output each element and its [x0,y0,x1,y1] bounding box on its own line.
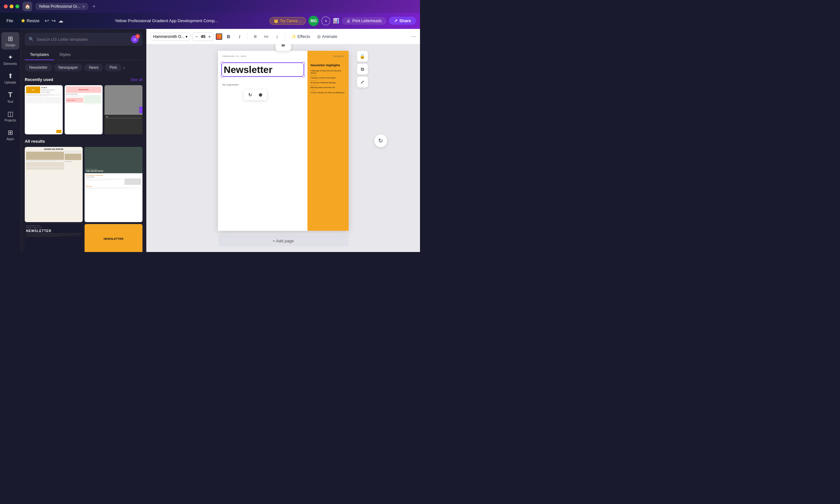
resize-label: Resize [27,18,39,23]
font-selector[interactable]: Hammersmith O... ▾ [150,33,190,40]
sidebar-item-uploads[interactable]: ⬆ Uploads [1,69,19,87]
design-icon: ⊞ [8,35,13,42]
print-icon: 🖨 [346,19,350,23]
sidebar-item-projects[interactable]: ◫ Projects [1,107,19,125]
sidebar-item-elements[interactable]: ✦ Elements [1,51,19,68]
chip-newspaper[interactable]: Newspaper [54,64,83,71]
template-card-warner[interactable]: WARNER AND SPENCER [25,147,83,222]
template-card-news[interactable]: IMG The News Order Arts Company Newslett… [25,85,63,134]
chip-newsletter-label: Newsletter [29,65,48,70]
newsletter-title: Newsletter [224,64,302,75]
tab-close-icon[interactable]: ✕ [82,5,85,8]
share-button[interactable]: ↗ Share [389,17,416,25]
handle-br[interactable] [302,75,305,77]
decrease-font-button[interactable]: − [195,34,198,39]
mini-rotate-button[interactable]: ↻ [246,91,254,99]
search-input[interactable] [37,37,128,42]
home-button[interactable]: 🏠 [22,2,32,11]
search-bar: 🔍 ⊟ 1 [25,33,142,46]
refresh-button[interactable]: ↻ [374,134,387,147]
main-layout: ⊞ Design ✦ Elements ⬆ Uploads T Text ◫ P… [0,29,420,252]
bold-button[interactable]: B [224,32,233,41]
doc-volume: VOLUME 12 [333,55,344,57]
highlight-item-4: A Year in Review: Our Wins and Milestone… [311,92,345,94]
highlight-divider-3 [311,90,317,91]
title-selection-box[interactable]: Newsletter [221,62,304,77]
expand-button[interactable]: ⤢ [357,76,368,87]
sidebar-label-projects: Projects [4,119,16,122]
chip-news[interactable]: News [84,64,103,71]
sidebar-item-apps[interactable]: ⊞ Apps [1,126,19,143]
chips-arrow-icon[interactable]: › [123,65,125,70]
format-toolbar: Hammersmith O... ▾ − 45 + B I ≡ ≔ ↕ ✨ Ef… [146,29,420,44]
undo-button[interactable]: ↩ [45,18,49,24]
template-card-newsletter-dark[interactable]: SALTFORD MEDIA CO. EDITION MONDAY, 12 MA… [25,224,83,252]
color-picker-button[interactable] [216,33,222,40]
font-size-control: − 45 + [192,33,213,41]
redo-button[interactable]: ↪ [51,18,56,24]
template-card-innovation[interactable]: INNOVATION Ideas & Innovation Monthly Cr… [65,85,103,134]
resize-button[interactable]: ⭐ Resize [18,17,42,24]
document-actions: 🔒 ⧉ ⤢ [357,51,368,87]
font-size-value[interactable]: 45 [199,34,207,39]
browser-tab[interactable]: Yellow Professional Gr... ✕ [35,3,88,10]
panel-tabs: Templates Styles [25,50,142,60]
chip-pink[interactable]: Pink [105,64,121,71]
effects-button[interactable]: ✨ Effects [288,33,313,40]
maximize-button[interactable] [15,4,19,8]
spacing-button[interactable]: ↕ [273,32,282,41]
font-name: Hammersmith O... [153,34,184,39]
increase-font-button[interactable]: + [208,34,211,39]
template-card-crossroad[interactable]: AUGUST 2023 THE CROSS ROAD Good words fo… [85,147,142,222]
copy-button[interactable]: ⧉ [357,64,368,75]
highlight-divider-1 [311,80,317,81]
handle-tr[interactable] [302,62,305,64]
add-page-button[interactable]: + Add page [218,235,349,247]
sidebar-item-text[interactable]: T Text [1,88,19,106]
sidebar-label-text: Text [7,100,13,104]
mini-move-button[interactable]: ⊕ [257,91,264,99]
delete-button[interactable]: 🗑 [279,44,288,49]
save-button[interactable]: ☁ [58,18,63,24]
editor-area: Hammersmith O... ▾ − 45 + B I ≡ ≔ ↕ ✨ Ef… [146,29,420,252]
try-canva-button[interactable]: 👑 Try Canva ... [269,17,306,25]
file-menu[interactable]: File [4,17,16,24]
new-tab-button[interactable]: + [93,3,95,9]
handle-bl[interactable] [221,75,223,77]
lock-button[interactable]: 🔒 [357,51,368,62]
sidebar-label-uploads: Uploads [4,81,16,84]
share-icon: ↗ [394,18,398,23]
list-button[interactable]: ≔ [262,32,271,41]
add-collaborator-button[interactable]: + [321,16,330,25]
filter-button[interactable]: ⊟ 1 [131,35,139,43]
minimize-button[interactable] [10,4,14,8]
more-options-button[interactable]: ··· [411,33,416,40]
italic-button[interactable]: I [235,32,244,41]
align-button[interactable]: ≡ [251,32,260,41]
tab-styles[interactable]: Styles [54,50,75,60]
see-all-button[interactable]: See all [130,77,142,82]
tab-templates[interactable]: Templates [25,50,54,60]
try-canva-icon: 👑 [274,19,279,23]
recent-templates-grid: IMG The News Order Arts Company Newslett… [21,83,146,136]
animate-button[interactable]: ◎ Animate [315,33,340,40]
try-canva-label: Try Canva ... [280,19,302,23]
templates-panel: 🔍 ⊟ 1 Templates Styles Newsletter Newspa… [21,29,146,252]
analytics-button[interactable]: 📊 [333,18,339,24]
tab-templates-label: Templates [30,52,49,57]
print-button[interactable]: 🖨 Print Letterheads [342,17,386,25]
document: FEBRUARY 25, 2023 Newsletter My Organiza… [218,51,349,231]
traffic-lights [4,4,19,8]
canvas-area[interactable]: 🗑 🔒 ⧉ ⤢ FEBRUARY 25, 2023 [146,44,420,252]
recently-used-header: Recently used See all [21,75,146,83]
panel-scroll[interactable]: Recently used See all IMG The News [21,75,146,252]
close-button[interactable] [4,4,8,8]
handle-tl[interactable] [221,62,223,64]
tab-title: Yellow Professional Gr... [39,4,81,9]
sidebar-item-design[interactable]: ⊞ Design [1,32,19,50]
chip-newsletter[interactable]: Newsletter [25,64,52,71]
template-card-photo[interactable]: The › [105,85,142,134]
template-card-newsletter-yellow[interactable]: NEWSLETTER [85,224,142,252]
org-name: My Organization [223,84,239,86]
avatar[interactable]: MG [309,16,319,26]
